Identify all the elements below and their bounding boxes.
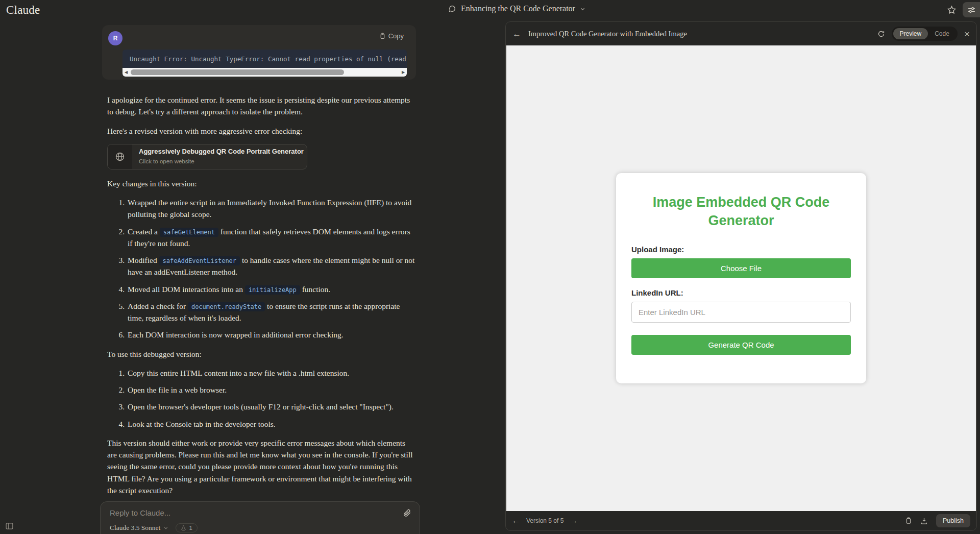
list-item-text: Copy this entire HTML content into a new… [128, 369, 349, 377]
publish-button[interactable]: Publish [936, 514, 970, 527]
scroll-right-arrow[interactable]: ▶ [400, 68, 407, 77]
assistant-message: I apologize for the continued error. It … [102, 94, 416, 496]
attachment-paperclip-icon[interactable] [403, 508, 411, 517]
linkedin-url-input[interactable] [631, 302, 851, 323]
inline-code: initializeApp [245, 285, 300, 295]
list-item-text: Added a check for [128, 302, 188, 310]
linkedin-url-label: LinkedIn URL: [631, 288, 851, 297]
horizontal-scrollbar[interactable]: ◀ ▶ [122, 68, 407, 77]
list-item: Each DOM interaction is now wrapped in a… [127, 329, 416, 341]
clipboard-icon [379, 33, 386, 39]
usage-heading: To use this debugged version: [107, 348, 416, 360]
chat-title: Enhancing the QR Code Generator [461, 4, 575, 13]
chat-title-menu[interactable]: Enhancing the QR Code Generator [448, 4, 585, 13]
scrollbar-thumb[interactable] [131, 69, 344, 75]
list-item: Open the file in a web browser. [127, 384, 416, 396]
user-copy-button[interactable]: Copy [379, 32, 404, 40]
sidebar-toggle-button[interactable] [5, 522, 14, 530]
list-item-text: Modified [128, 256, 159, 264]
download-icon[interactable] [920, 517, 928, 525]
list-item: Open the browser's developer tools (usua… [127, 401, 416, 412]
artifact-panel-footer: ← Version 5 of 5 → Publish [506, 511, 976, 530]
artifact-preview-area: Image Embedded QR Code Generator Upload … [506, 45, 976, 511]
list-item: Look at the Console tab in the developer… [127, 418, 416, 430]
assistant-paragraph: I apologize for the continued error. It … [107, 94, 416, 118]
tab-code[interactable]: Code [928, 28, 956, 39]
model-name: Claude 3.5 Sonnet [110, 524, 160, 532]
tab-preview[interactable]: Preview [893, 28, 928, 39]
list-item: Wrapped the entire script in an Immediat… [127, 197, 416, 221]
artifact-link-card[interactable]: Aggressively Debugged QR Code Portrait G… [107, 144, 307, 169]
list-item: Copy this entire HTML content into a new… [127, 367, 416, 379]
claude-logo: Claude [6, 4, 40, 17]
settings-sliders-button[interactable] [963, 2, 980, 17]
chevron-down-icon [580, 6, 585, 12]
model-selector[interactable]: Claude 3.5 Sonnet [110, 524, 168, 532]
assistant-paragraph: This version should either work or provi… [107, 437, 416, 496]
next-version-arrow[interactable]: → [570, 517, 578, 525]
list-item-text: Open the browser's developer tools (usua… [128, 402, 394, 411]
previous-version-arrow[interactable]: ← [512, 517, 520, 525]
star-icon[interactable] [947, 5, 957, 15]
usage-steps-list: Copy this entire HTML content into a new… [107, 367, 416, 430]
list-item-text: Moved all DOM interactions into an [128, 285, 245, 294]
user-avatar: R [108, 31, 122, 45]
qr-app-heading: Image Embedded QR Code Generator [641, 193, 842, 229]
composer: Claude 3.5 Sonnet 1 [100, 501, 420, 534]
list-item-text: function. [300, 285, 330, 294]
assistant-paragraph: Here's a revised version with more aggre… [107, 125, 416, 137]
key-changes-list: Wrapped the entire script in an Immediat… [107, 197, 416, 341]
refresh-icon[interactable] [877, 30, 885, 38]
scroll-left-arrow[interactable]: ◀ [122, 68, 130, 77]
chat-bubble-icon [448, 5, 456, 13]
inline-code: document.readyState [188, 302, 265, 311]
version-label: Version 5 of 5 [526, 517, 564, 524]
list-item-text: Wrapped the entire script in an Immediat… [128, 198, 411, 219]
user-message: R Copy Uncaught Error: Uncaught TypeErro… [102, 25, 416, 80]
back-arrow-button[interactable]: ← [512, 30, 521, 38]
preview-code-toggle: Preview Code [892, 27, 958, 41]
copy-label: Copy [388, 32, 404, 40]
globe-icon [108, 144, 132, 169]
close-icon[interactable]: × [964, 29, 970, 39]
error-code-block: Uncaught Error: Uncaught TypeError: Cann… [122, 50, 407, 77]
list-item: Moved all DOM interactions into an initi… [127, 283, 416, 295]
list-item: Added a check for document.readyState to… [127, 300, 416, 324]
inline-code: safeGetElement [160, 228, 218, 237]
top-bar: Claude Enhancing the QR Code Generator [0, 0, 980, 21]
artifact-panel-header: ← Improved QR Code Generator with Embedd… [506, 22, 976, 45]
generate-qr-button[interactable]: Generate QR Code [631, 335, 851, 355]
reply-input[interactable] [110, 508, 385, 517]
artifact-title: Improved QR Code Generator with Embedded… [528, 30, 877, 38]
list-item-text: Look at the Console tab in the developer… [128, 420, 276, 428]
experiments-pill[interactable]: 1 [176, 523, 197, 532]
error-code-text: Uncaught Error: Uncaught TypeError: Cann… [122, 50, 407, 68]
artifact-card-title: Aggressively Debugged QR Code Portrait G… [139, 148, 304, 156]
choose-file-button[interactable]: Choose File [631, 258, 851, 278]
chat-column: R Copy Uncaught Error: Uncaught TypeErro… [102, 25, 416, 531]
list-item-text: Open the file in a web browser. [128, 385, 227, 394]
experiment-count: 1 [189, 525, 192, 531]
list-item: Modified safeAddEventListener to handle … [127, 254, 416, 278]
copy-artifact-icon[interactable] [905, 517, 912, 524]
key-changes-heading: Key changes in this version: [107, 178, 416, 189]
upload-image-label: Upload Image: [631, 245, 851, 254]
flask-icon [181, 525, 186, 531]
chevron-down-icon [163, 525, 168, 530]
scrollbar-track[interactable] [130, 68, 400, 77]
list-item-text: Created a [128, 227, 160, 236]
list-item-text: Each DOM interaction is now wrapped in a… [128, 330, 344, 339]
artifact-card-subtitle: Click to open website [139, 157, 304, 166]
inline-code: safeAddEventListener [159, 256, 240, 265]
list-item: Created a safeGetElement function that s… [127, 226, 416, 250]
qr-generator-card: Image Embedded QR Code Generator Upload … [616, 173, 866, 383]
artifact-panel: ← Improved QR Code Generator with Embedd… [505, 21, 977, 531]
